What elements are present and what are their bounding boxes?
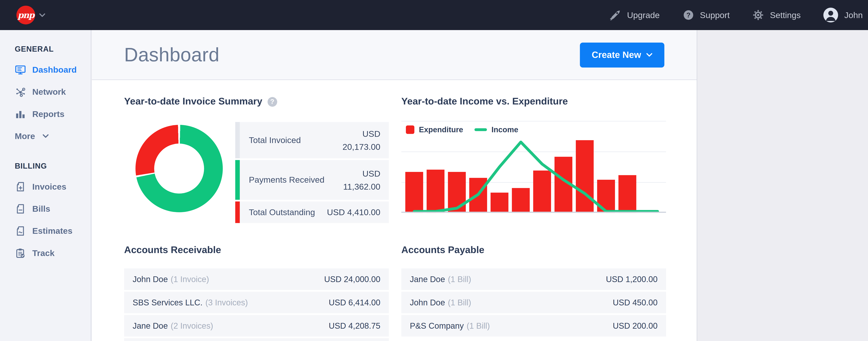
summary-row-value: USD20,173.00 (342, 127, 380, 153)
sidebar-item-label: Invoices (32, 181, 66, 191)
monitor-icon (15, 64, 26, 75)
income-expenditure-widget: Year-to-date Income vs. Expenditure Expe… (401, 80, 666, 223)
accounts-receivable-title: Accounts Receivable (124, 245, 389, 256)
accounts-payable-row[interactable]: Jane Doe(1 Bill)USD 1,200.00 (401, 268, 666, 290)
contact-name: P&S Company (410, 321, 464, 330)
document-count: (1 Bill) (448, 298, 471, 307)
sidebar-item-network[interactable]: Network (0, 81, 91, 103)
create-new-button[interactable]: Create New (580, 42, 664, 67)
document-count: (1 Bill) (448, 275, 471, 284)
summary-row-label: Payments Received (249, 173, 324, 187)
topnav-item-support[interactable]: ?Support (682, 9, 730, 21)
sidebar-section-general: GENERAL (0, 45, 91, 53)
main-content: Dashboard Create New Year-to-date Invoic… (92, 30, 696, 341)
legend-item-expenditure: Expenditure (406, 125, 463, 134)
sidebar-section-billing: BILLING (0, 162, 91, 170)
accounts-receivable-row[interactable]: SBS Services LLC.(3 Invoices)USD 6,414.0… (124, 292, 389, 313)
bar-chart-icon (15, 108, 26, 119)
doc-plus-icon (15, 181, 26, 192)
topnav-item-settings[interactable]: Settings (752, 9, 801, 21)
bar-line-chart-svg (401, 121, 666, 213)
chevron-down-icon (646, 53, 652, 57)
contact-name: John Doe (133, 275, 168, 284)
document-count: (1 Invoice) (170, 275, 209, 284)
help-icon[interactable]: ? (267, 97, 277, 107)
amount: USD 24,000.00 (324, 275, 380, 284)
sidebar-item-more[interactable]: More (0, 125, 91, 147)
sidebar-item-invoices[interactable]: Invoices (0, 175, 91, 197)
invoice-summary-title: Year-to-date Invoice Summary (124, 96, 262, 107)
page-title: Dashboard (124, 44, 219, 66)
summary-row-total-invoiced: Total InvoicedUSD20,173.00 (235, 122, 389, 158)
sidebar-item-label: Estimates (32, 226, 72, 236)
accounts-receivable-row[interactable]: Jane Doe(2 Invoices)USD 4,208.75 (124, 315, 389, 337)
summary-row-value: USD 4,410.00 (327, 206, 380, 219)
avatar-icon (824, 7, 839, 23)
legend-label: Income (492, 125, 518, 134)
sidebar: GENERALDashboardNetworkReportsMoreBILLIN… (0, 30, 91, 341)
invoice-summary-table: Total InvoicedUSD20,173.00Payments Recei… (235, 122, 389, 223)
amount: USD 200.00 (613, 321, 658, 330)
amount: USD 4,208.75 (329, 321, 380, 330)
topnav-item-upgrade[interactable]: Upgrade (610, 9, 660, 21)
top-bar: pnp Upgrade?SupportSettingsJohn (0, 0, 868, 30)
right-gutter (696, 30, 868, 341)
document-count: (1 Bill) (467, 321, 490, 330)
accounts-receivable-widget: Accounts Receivable John Doe(1 Invoice)U… (124, 223, 389, 341)
dashboard-content: Year-to-date Invoice Summary ? Total Inv… (92, 80, 696, 341)
document-count: (2 Invoices) (170, 321, 213, 330)
chevron-down-icon (39, 13, 45, 17)
sidebar-item-dashboard[interactable]: Dashboard (0, 58, 91, 81)
network-icon (15, 86, 26, 97)
document-count: (3 Invoices) (205, 298, 248, 307)
summary-row-label: Total Invoiced (249, 134, 301, 147)
income-expenditure-chart: ExpenditureIncome (401, 121, 666, 213)
summary-row-payments-received: Payments ReceivedUSD11,362.00 (235, 160, 389, 200)
brand-logo: pnp (17, 6, 35, 25)
svg-text:?: ? (686, 11, 690, 19)
sidebar-item-label: Reports (32, 109, 64, 119)
sidebar-item-label: Bills (32, 204, 50, 214)
sidebar-item-track[interactable]: Track (0, 242, 91, 264)
sidebar-item-reports[interactable]: Reports (0, 103, 91, 125)
chevron-down-icon (42, 134, 49, 138)
gear-icon (752, 9, 764, 21)
amount: USD 1,200.00 (606, 275, 657, 284)
create-new-label: Create New (592, 50, 641, 60)
income-expenditure-title: Year-to-date Income vs. Expenditure (401, 96, 568, 107)
sidebar-item-estimates[interactable]: Estimates (0, 220, 91, 242)
accounts-payable-list: Jane Doe(1 Bill)USD 1,200.00John Doe(1 B… (401, 268, 666, 337)
topnav-label: Support (700, 10, 730, 20)
topnav-item-john[interactable]: John (824, 7, 868, 23)
legend-square-icon (406, 125, 414, 134)
invoice-summary-widget: Year-to-date Invoice Summary ? Total Inv… (124, 80, 389, 223)
sidebar-item-bills[interactable]: Bills (0, 197, 91, 220)
doc-tilde-icon (15, 225, 26, 236)
top-nav: Upgrade?SupportSettingsJohn (610, 7, 868, 23)
amount: USD 6,414.00 (329, 298, 380, 307)
sidebar-item-label: Network (32, 87, 66, 97)
topnav-label: Upgrade (627, 10, 660, 20)
chart-legend: ExpenditureIncome (406, 125, 518, 134)
rocket-icon (610, 9, 621, 21)
sidebar-item-label: Track (32, 248, 55, 258)
page-header: Dashboard Create New (92, 30, 696, 80)
accounts-payable-row[interactable]: John Doe(1 Bill)USD 450.00 (401, 292, 666, 313)
contact-name: Jane Doe (410, 275, 445, 284)
org-switcher[interactable]: pnp (0, 6, 45, 25)
sidebar-item-label: Dashboard (32, 65, 77, 75)
sidebar-item-label: More (15, 131, 35, 141)
donut-hole (154, 144, 204, 194)
summary-row-label: Total Outstanding (249, 206, 315, 219)
contact-name: SBS Services LLC. (133, 298, 203, 307)
contact-name: Jane Doe (133, 321, 168, 330)
contact-name: John Doe (410, 298, 445, 307)
accounts-receivable-row[interactable]: John Doe(1 Invoice)USD 24,000.00 (124, 268, 389, 290)
accounts-receivable-row-partial (124, 338, 389, 341)
app-window: pnp Upgrade?SupportSettingsJohn GENERALD… (0, 0, 868, 341)
accounts-payable-row[interactable]: P&S Company(1 Bill)USD 200.00 (401, 315, 666, 337)
accounts-payable-title: Accounts Payable (401, 245, 666, 256)
doc-minus-icon (15, 203, 26, 214)
legend-item-income: Income (474, 125, 518, 134)
invoice-summary-donut-chart (135, 125, 223, 212)
